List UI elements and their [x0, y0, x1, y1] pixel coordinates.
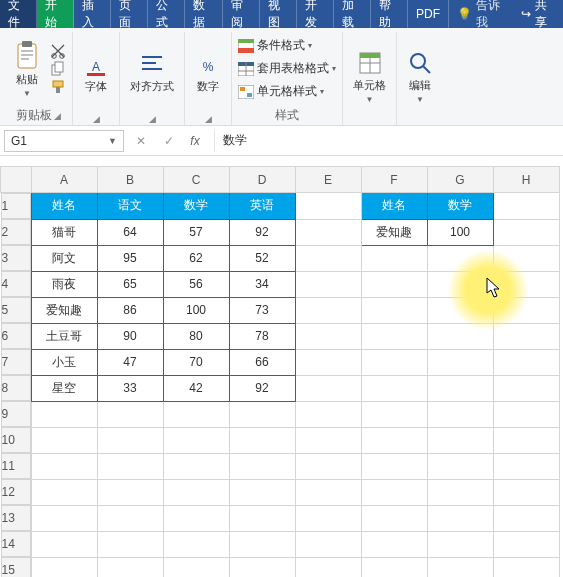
cell-D1[interactable]: 英语 [229, 193, 295, 220]
cancel-button[interactable]: ✕ [130, 130, 152, 152]
cell-E14[interactable] [295, 531, 361, 557]
cell-G6[interactable] [427, 323, 493, 349]
cell-G5[interactable] [427, 297, 493, 323]
cell-E6[interactable] [295, 323, 361, 349]
cell-C5[interactable]: 100 [163, 297, 229, 323]
tab-file[interactable]: 文件 [0, 0, 37, 28]
cell-D11[interactable] [229, 453, 295, 479]
cell-B1[interactable]: 语文 [97, 193, 163, 220]
cell-H10[interactable] [493, 427, 559, 453]
row-header-4[interactable]: 4 [1, 271, 31, 297]
cell-D12[interactable] [229, 479, 295, 505]
paste-button[interactable]: 粘贴 ▼ [10, 38, 44, 100]
conditional-format-button[interactable]: 条件格式▾ [238, 37, 336, 54]
dialog-launcher-icon[interactable]: ◢ [54, 111, 61, 121]
row-header-13[interactable]: 13 [1, 505, 31, 531]
cell-E12[interactable] [295, 479, 361, 505]
tab-home[interactable]: 开始 [37, 0, 74, 28]
cell-G9[interactable] [427, 401, 493, 427]
alignment-button[interactable]: 对齐方式 [126, 49, 178, 96]
font-button[interactable]: A 字体 [79, 49, 113, 96]
cell-A1[interactable]: 姓名 [31, 193, 97, 220]
cell-H11[interactable] [493, 453, 559, 479]
cell-G15[interactable] [427, 557, 493, 577]
worksheet-grid[interactable]: ABCDEFGH1姓名语文数学英语姓名数学2猫哥645792爱知趣1003阿文9… [0, 166, 563, 577]
cell-F13[interactable] [361, 505, 427, 531]
cell-A9[interactable] [31, 401, 97, 427]
cell-E15[interactable] [295, 557, 361, 577]
editing-button[interactable]: 编辑 ▼ [403, 48, 437, 106]
cell-H15[interactable] [493, 557, 559, 577]
cell-B9[interactable] [97, 401, 163, 427]
cell-E5[interactable] [295, 297, 361, 323]
cell-E8[interactable] [295, 375, 361, 401]
cell-A5[interactable]: 爱知趣 [31, 297, 97, 323]
cell-C3[interactable]: 62 [163, 245, 229, 271]
cell-D7[interactable]: 66 [229, 349, 295, 375]
row-header-7[interactable]: 7 [1, 349, 31, 375]
cell-F2[interactable]: 爱知趣 [361, 219, 427, 245]
cell-C9[interactable] [163, 401, 229, 427]
cell-G8[interactable] [427, 375, 493, 401]
row-header-12[interactable]: 12 [1, 479, 31, 505]
cell-H4[interactable] [493, 271, 559, 297]
tab-data[interactable]: 数据 [185, 0, 222, 28]
cell-C12[interactable] [163, 479, 229, 505]
cell-H5[interactable] [493, 297, 559, 323]
confirm-button[interactable]: ✓ [158, 130, 180, 152]
cell-H6[interactable] [493, 323, 559, 349]
cell-F14[interactable] [361, 531, 427, 557]
cell-B14[interactable] [97, 531, 163, 557]
cell-E9[interactable] [295, 401, 361, 427]
cell-C14[interactable] [163, 531, 229, 557]
cell-H8[interactable] [493, 375, 559, 401]
fx-button[interactable]: fx [186, 130, 208, 152]
cell-E2[interactable] [295, 219, 361, 245]
cell-A4[interactable]: 雨夜 [31, 271, 97, 297]
cell-G11[interactable] [427, 453, 493, 479]
cell-G12[interactable] [427, 479, 493, 505]
select-all-corner[interactable] [1, 167, 32, 193]
cell-B7[interactable]: 47 [97, 349, 163, 375]
cell-D5[interactable]: 73 [229, 297, 295, 323]
dialog-launcher-icon[interactable]: ◢ [93, 114, 100, 124]
cell-style-button[interactable]: 单元格样式▾ [238, 83, 336, 100]
row-header-11[interactable]: 11 [1, 453, 31, 479]
cell-B12[interactable] [97, 479, 163, 505]
tab-tell-me[interactable]: 告诉我 [449, 0, 511, 28]
tab-help[interactable]: 帮助 [371, 0, 408, 28]
tab-pdf[interactable]: PDF [408, 0, 449, 28]
cell-A11[interactable] [31, 453, 97, 479]
copy-icon[interactable] [50, 61, 66, 77]
cell-B4[interactable]: 65 [97, 271, 163, 297]
cell-G4[interactable] [427, 271, 493, 297]
cell-E11[interactable] [295, 453, 361, 479]
cell-D10[interactable] [229, 427, 295, 453]
cell-D9[interactable] [229, 401, 295, 427]
col-header-F[interactable]: F [361, 167, 427, 193]
col-header-C[interactable]: C [163, 167, 229, 193]
cell-A3[interactable]: 阿文 [31, 245, 97, 271]
cell-C15[interactable] [163, 557, 229, 577]
cell-G13[interactable] [427, 505, 493, 531]
cell-D8[interactable]: 92 [229, 375, 295, 401]
cell-C10[interactable] [163, 427, 229, 453]
tab-addins[interactable]: 加载 [334, 0, 371, 28]
tab-dev[interactable]: 开发 [297, 0, 334, 28]
cell-G10[interactable] [427, 427, 493, 453]
cell-F9[interactable] [361, 401, 427, 427]
cell-A7[interactable]: 小玉 [31, 349, 97, 375]
cell-H1[interactable] [493, 193, 559, 220]
cell-E3[interactable] [295, 245, 361, 271]
cell-E4[interactable] [295, 271, 361, 297]
cell-F11[interactable] [361, 453, 427, 479]
cell-B11[interactable] [97, 453, 163, 479]
cell-F8[interactable] [361, 375, 427, 401]
name-box[interactable]: G1▼ [4, 130, 124, 152]
dialog-launcher-icon[interactable]: ◢ [205, 114, 212, 124]
cell-F5[interactable] [361, 297, 427, 323]
cell-F7[interactable] [361, 349, 427, 375]
cell-D2[interactable]: 92 [229, 219, 295, 245]
cell-G14[interactable] [427, 531, 493, 557]
col-header-E[interactable]: E [295, 167, 361, 193]
